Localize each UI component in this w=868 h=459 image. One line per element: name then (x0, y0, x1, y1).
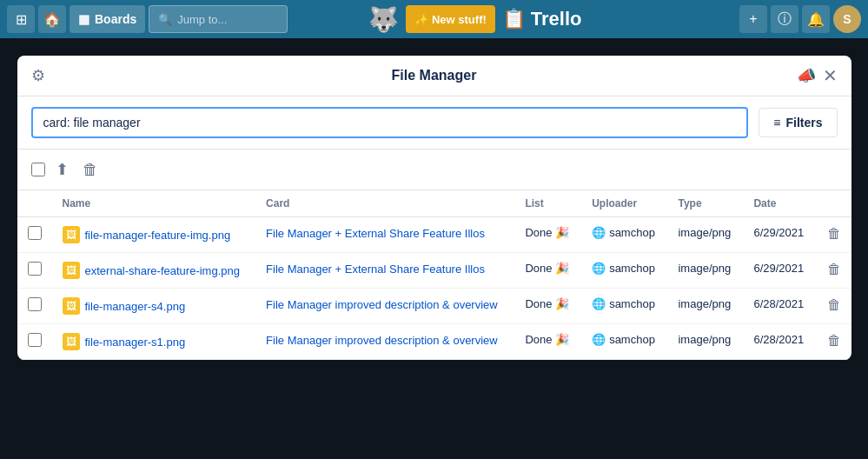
file-toolbar: ⬆ 🗑 (17, 150, 851, 190)
mascot-icon: 🐺 (368, 5, 399, 34)
modal-header-right: 📣 ✕ (797, 66, 838, 85)
file-name-cell: 🖼 file-manager-s1.png (52, 324, 256, 360)
new-stuff-button[interactable]: ✨ New stuff! (406, 5, 495, 33)
th-list: List (514, 190, 581, 217)
row-checkbox-0[interactable] (28, 226, 42, 240)
home-button[interactable]: 🏠 (38, 5, 66, 33)
file-name-text-2: file-manager-s4.png (85, 300, 186, 313)
bell-icon: 🔔 (807, 11, 825, 28)
list-cell-1: Done 🎉 (514, 253, 581, 289)
delete-button-3[interactable]: 🗑 (827, 333, 841, 349)
list-cell-2: Done 🎉 (514, 289, 581, 324)
close-button[interactable]: ✕ (823, 67, 838, 84)
file-rows: 🖼 file-manager-feature-img.png File Mana… (17, 217, 851, 360)
uploader-cell-0: 🌐 samchop (581, 217, 667, 253)
table-row: 🖼 file-manager-s4.png File Manager impro… (17, 289, 851, 324)
trello-board-icon: 📋 (502, 8, 526, 30)
filters-button[interactable]: ≡ Filters (759, 108, 837, 137)
card-link-0[interactable]: File Manager + External Share Feature Il… (266, 227, 485, 240)
card-link-2[interactable]: File Manager improved description & over… (266, 298, 498, 311)
card-cell-1: File Manager + External Share Feature Il… (255, 253, 514, 289)
delete-button-0[interactable]: 🗑 (827, 226, 841, 242)
select-all-checkbox[interactable] (31, 163, 45, 176)
table-row: 🖼 file-manager-feature-img.png File Mana… (17, 217, 851, 253)
list-cell-0: Done 🎉 (514, 217, 581, 253)
uploader-name-0: samchop (609, 226, 655, 239)
type-cell-1: image/png (667, 253, 743, 289)
th-uploader: Uploader (581, 190, 667, 217)
add-button[interactable]: + (739, 5, 767, 33)
delete-cell-0: 🗑 (817, 217, 851, 253)
watch-button[interactable]: 📣 (797, 66, 816, 85)
bulk-delete-button[interactable]: 🗑 (79, 157, 102, 183)
card-link-1[interactable]: File Manager + External Share Feature Il… (266, 263, 485, 276)
watch-icon: 📣 (797, 67, 816, 84)
row-checkbox-cell (17, 289, 52, 324)
type-cell-3: image/png (667, 324, 743, 360)
row-checkbox-3[interactable] (28, 333, 42, 347)
mascot-area: 🐺 (368, 5, 399, 34)
grid-icon: ⊞ (16, 11, 27, 28)
table-row: 🖼 file-manager-s1.png File Manager impro… (17, 324, 851, 360)
delete-button-1[interactable]: 🗑 (827, 262, 841, 277)
file-name-cell: 🖼 external-share-feature-img.png (52, 253, 256, 289)
file-name-cell: 🖼 file-manager-s4.png (52, 289, 256, 324)
new-stuff-label: New stuff! (432, 13, 487, 26)
card-cell-0: File Manager + External Share Feature Il… (255, 217, 514, 253)
file-name-link-0[interactable]: 🖼 file-manager-feature-img.png (63, 226, 246, 243)
boards-label: Boards (95, 12, 136, 26)
search-input[interactable] (31, 107, 749, 138)
file-name-text-1: external-share-feature-img.png (85, 264, 240, 277)
close-icon: ✕ (823, 66, 838, 85)
file-name-link-1[interactable]: 🖼 external-share-feature-img.png (63, 262, 246, 279)
delete-cell-1: 🗑 (817, 253, 851, 289)
uploader-name-2: samchop (609, 297, 655, 310)
file-icon-1: 🖼 (63, 262, 80, 279)
jump-to-search[interactable]: 🔍 Jump to... (149, 5, 288, 33)
file-icon-3: 🖼 (63, 333, 80, 350)
file-icon-0: 🖼 (63, 226, 80, 243)
th-actions (817, 190, 851, 217)
avatar-button[interactable]: S (833, 5, 861, 33)
trello-logo: 📋 Trello (502, 8, 582, 30)
info-button[interactable]: ⓘ (771, 5, 798, 33)
grid-icon-button[interactable]: ⊞ (7, 5, 35, 33)
modal-title: File Manager (392, 68, 477, 83)
type-cell-0: image/png (667, 217, 743, 253)
modal-header-left: ⚙ (31, 66, 45, 85)
table-row: 🖼 external-share-feature-img.png File Ma… (17, 253, 851, 289)
files-table: Name Card List Uploader Type Date 🖼 file… (17, 190, 851, 360)
file-name-link-3[interactable]: 🖼 file-manager-s1.png (63, 333, 246, 350)
boards-button[interactable]: ▦ Boards (70, 5, 145, 33)
file-name-text-0: file-manager-feature-img.png (85, 229, 231, 242)
file-name-link-2[interactable]: 🖼 file-manager-s4.png (63, 297, 246, 315)
new-stuff-icon: ✨ (414, 13, 428, 26)
upload-icon: ⬆ (56, 160, 69, 179)
type-cell-2: image/png (667, 289, 743, 324)
card-link-3[interactable]: File Manager improved description & over… (266, 334, 498, 347)
nav-center: 🐺 ✨ New stuff! 📋 Trello (368, 5, 582, 34)
top-nav: ⊞ 🏠 ▦ Boards 🔍 Jump to... 🐺 ✨ New stuff!… (0, 0, 868, 38)
trash-icon: 🗑 (83, 161, 98, 179)
delete-cell-3: 🗑 (817, 324, 851, 360)
file-name-cell: 🖼 file-manager-feature-img.png (52, 217, 256, 253)
uploader-icon-1: 🌐 (592, 262, 606, 275)
row-checkbox-1[interactable] (28, 262, 42, 276)
th-name: Name (52, 190, 256, 217)
upload-button[interactable]: ⬆ (52, 156, 72, 183)
uploader-cell-1: 🌐 samchop (581, 253, 667, 289)
delete-button-2[interactable]: 🗑 (827, 297, 841, 313)
avatar-label: S (843, 12, 851, 26)
row-checkbox-cell (17, 324, 52, 360)
row-checkbox-2[interactable] (28, 297, 42, 311)
row-checkbox-cell (17, 253, 52, 289)
th-type: Type (667, 190, 743, 217)
uploader-name-1: samchop (609, 262, 655, 275)
uploader-icon-2: 🌐 (592, 297, 606, 310)
jump-to-placeholder: Jump to... (177, 13, 227, 26)
trello-text: Trello (531, 8, 582, 30)
boards-icon: ▦ (78, 12, 89, 26)
notifications-button[interactable]: 🔔 (802, 5, 830, 33)
gear-button[interactable]: ⚙ (31, 66, 45, 85)
th-card: Card (255, 190, 514, 217)
